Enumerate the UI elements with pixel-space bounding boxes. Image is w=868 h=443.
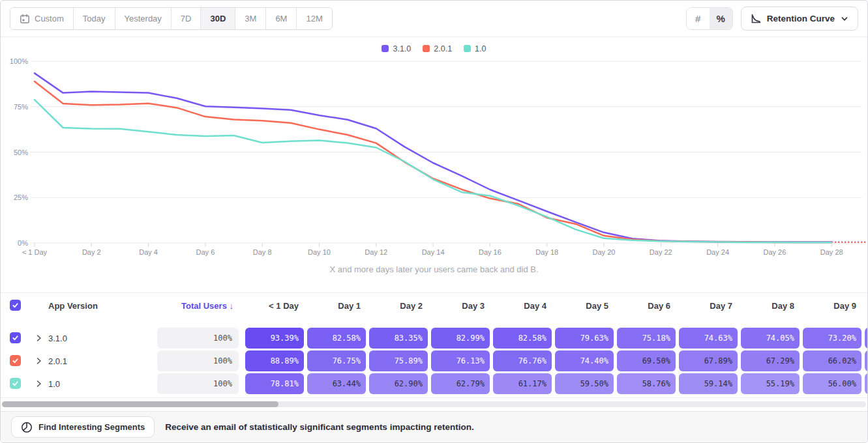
retention-cell: 63.44%: [307, 373, 366, 394]
date-range-custom[interactable]: Custom: [10, 8, 73, 29]
date-range-yesterday[interactable]: Yesterday: [115, 8, 171, 29]
find-interesting-segments-button[interactable]: Find Interesting Segments: [11, 416, 155, 438]
x-tick-label: Day 14: [422, 248, 445, 256]
legend-item-3.1.0[interactable]: 3.1.0: [382, 44, 411, 53]
scrollbar-track[interactable]: [2, 401, 866, 407]
total-users-cell: 100%: [157, 328, 239, 349]
x-tick-label: < 1 Day: [22, 248, 48, 256]
column-header-total-users[interactable]: Total Users ↓: [157, 293, 233, 318]
retention-cell: 93.39%: [245, 328, 304, 349]
column-header-day-4[interactable]: Day 4: [493, 293, 546, 318]
column-header-day-2[interactable]: Day 2: [369, 293, 423, 318]
column-header-day-6[interactable]: Day 6: [617, 293, 670, 318]
date-range-12m[interactable]: 12M: [296, 8, 331, 29]
date-range-3m[interactable]: 3M: [235, 8, 265, 29]
legend-swatch: [423, 45, 430, 52]
retention-cell: 76.75%: [307, 350, 366, 371]
retention-cell: 75.18%: [617, 328, 676, 349]
retention-cell: 82.58%: [307, 328, 366, 349]
expand-chevron-icon[interactable]: [37, 335, 42, 341]
retention-cell: 70.30%: [865, 328, 868, 349]
app-version-label: 1.0: [48, 373, 60, 394]
retention-cell: 82.99%: [431, 328, 490, 349]
y-tick-label: 50%: [14, 149, 28, 156]
row-checkbox-3.1.0[interactable]: [10, 332, 21, 343]
x-tick-label: Day 16: [479, 248, 501, 256]
table-body: 3.1.0100%93.39%82.58%83.35%82.99%82.58%7…: [1, 328, 867, 396]
date-range-picker: CustomTodayYesterday7D30D3M6M12M: [10, 7, 333, 30]
scrollbar-thumb[interactable]: [2, 401, 278, 407]
column-header-day-9[interactable]: Day 9: [803, 293, 856, 318]
x-tick-label: Day 2: [82, 248, 101, 256]
retention-cell: 74.05%: [741, 328, 800, 349]
check-icon: [12, 380, 19, 387]
expand-chevron-icon[interactable]: [37, 358, 42, 364]
check-icon: [12, 357, 19, 364]
x-tick-label: Day 22: [650, 248, 672, 256]
sort-desc-icon: ↓: [230, 301, 234, 311]
x-tick-label: Day 26: [763, 248, 786, 256]
chart-type-label: Retention Curve: [767, 14, 835, 23]
column-header-day-8[interactable]: Day 8: [741, 293, 794, 318]
date-range-30d[interactable]: 30D: [200, 8, 235, 29]
series-line-1.0: [35, 100, 831, 242]
x-tick-label: Day 6: [196, 248, 215, 256]
retention-cell: 62.50%: [865, 350, 868, 371]
chart-legend: 3.1.02.0.11.0: [1, 37, 867, 54]
legend-item-1.0[interactable]: 1.0: [464, 44, 486, 53]
legend-item-2.0.1[interactable]: 2.0.1: [423, 44, 452, 53]
retention-cell: 79.63%: [555, 328, 614, 349]
retention-cell: 82.58%: [493, 328, 552, 349]
table-row-1.0: 1.0100%78.81%63.44%62.90%62.79%61.17%59.…: [1, 373, 867, 394]
column-header-1-day[interactable]: < 1 Day: [245, 293, 299, 318]
retention-cell: 76.13%: [431, 350, 490, 371]
retention-cell: 73.20%: [803, 328, 861, 349]
retention-cell: 76.76%: [493, 350, 552, 371]
segments-button-label: Find Interesting Segments: [38, 422, 145, 432]
date-range-6m[interactable]: 6M: [265, 8, 296, 29]
retention-cell: 88.89%: [245, 350, 304, 371]
absolute-count-toggle[interactable]: #: [687, 8, 710, 29]
date-range-7d[interactable]: 7D: [171, 8, 201, 29]
retention-cell: 74.63%: [679, 328, 738, 349]
segments-icon: [21, 422, 33, 433]
check-icon: [12, 334, 19, 341]
legend-swatch: [382, 45, 389, 52]
table-row-2.0.1: 2.0.1100%88.89%76.75%75.89%76.13%76.76%7…: [1, 350, 867, 371]
count-mode-toggle: #%: [686, 7, 733, 30]
retention-cell: 69.50%: [617, 350, 676, 371]
date-range-today[interactable]: Today: [73, 8, 115, 29]
expand-chevron-icon[interactable]: [37, 380, 42, 387]
select-all-checkbox[interactable]: [10, 300, 21, 311]
column-header-day-1[interactable]: Day 1: [307, 293, 361, 318]
app-version-label: 3.1.0: [48, 328, 67, 349]
calendar-icon: [20, 14, 30, 24]
row-checkbox-2.0.1[interactable]: [10, 355, 21, 366]
table-row-3.1.0: 3.1.0100%93.39%82.58%83.35%82.99%82.58%7…: [1, 328, 867, 349]
percent-count-toggle[interactable]: %: [710, 8, 732, 29]
retention-chart: 0%25%50%75%100%< 1 DayDay 2Day 4Day 6Day…: [1, 54, 868, 259]
series-line-3.1.0: [35, 73, 831, 242]
toolbar-right: #% Retention Curve: [686, 7, 858, 31]
chevron-down-icon: [841, 15, 848, 23]
column-header-app-version[interactable]: App Version: [48, 293, 98, 318]
footer-message: Receive an email of statistically signif…: [165, 422, 473, 432]
chart-type-dropdown[interactable]: Retention Curve: [741, 7, 858, 31]
x-tick-label: Day 12: [365, 248, 387, 256]
legend-swatch: [464, 45, 471, 52]
x-tick-label: Day 10: [308, 248, 331, 256]
retention-cell: 66.02%: [803, 350, 861, 371]
column-header-day-7[interactable]: Day 7: [679, 293, 732, 318]
retention-cell: 61.17%: [493, 373, 552, 394]
row-checkbox-1.0[interactable]: [10, 378, 21, 389]
retention-cell: 55.19%: [741, 373, 800, 394]
column-header-day-5[interactable]: Day 5: [555, 293, 608, 318]
retention-cell: 59.14%: [679, 373, 738, 394]
legend-label: 3.1.0: [393, 44, 411, 53]
chart-section: 3.1.02.0.11.0 0%25%50%75%100%< 1 DayDay …: [1, 37, 867, 293]
toolbar: CustomTodayYesterday7D30D3M6M12M #% Rete…: [1, 1, 867, 37]
y-tick-label: 75%: [14, 103, 28, 111]
total-users-cell: 100%: [157, 373, 239, 394]
x-tick-label: Day 28: [820, 248, 843, 256]
column-header-day-3[interactable]: Day 3: [431, 293, 485, 318]
